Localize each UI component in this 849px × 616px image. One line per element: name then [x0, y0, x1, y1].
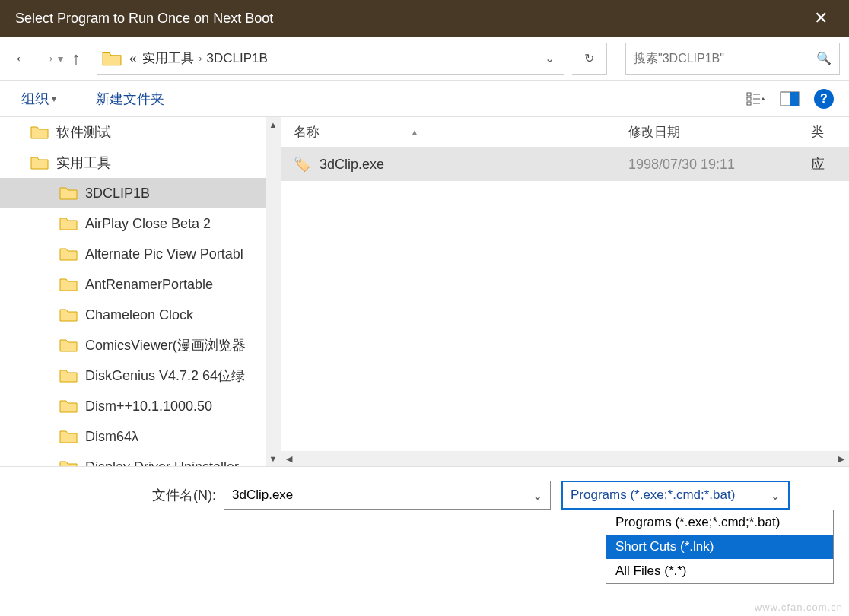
file-row: 文件名(N): ⌄ Programs (*.exe;*.cmd;*.bat) ⌄…: [0, 467, 849, 523]
tree-item-label: Dism++10.1.1000.50: [85, 398, 212, 414]
scroll-left-icon[interactable]: ◀: [281, 454, 297, 464]
new-folder-button[interactable]: 新建文件夹: [90, 87, 170, 111]
file-type: 应: [811, 155, 825, 173]
column-type[interactable]: 类: [799, 123, 849, 141]
title-bar: Select Program to Run Once on Next Boot …: [0, 0, 849, 37]
scroll-right-icon[interactable]: ▶: [834, 454, 849, 464]
search-box[interactable]: 🔍: [625, 43, 840, 75]
organize-label: 组织: [21, 90, 49, 108]
organize-button[interactable]: 组织 ▾: [15, 87, 62, 111]
file-row-item[interactable]: 🏷️3dClip.exe1998/07/30 19:11应: [281, 148, 849, 181]
filename-input[interactable]: [232, 487, 533, 503]
folder-icon: [59, 459, 78, 466]
file-list: 名称 ▲ 修改日期 类 🏷️3dClip.exe1998/07/30 19:11…: [281, 117, 849, 466]
folder-icon: [59, 398, 78, 414]
filename-dropdown-icon[interactable]: ⌄: [533, 488, 542, 503]
folder-icon: [102, 50, 122, 67]
filetype-dropdown-icon[interactable]: ⌄: [770, 487, 781, 503]
tree-item-label: Alternate Pic View Portabl: [85, 246, 243, 262]
search-input[interactable]: [634, 52, 816, 65]
svg-rect-0: [747, 93, 751, 96]
breadcrumb-item[interactable]: 实用工具: [139, 49, 197, 67]
tree-item[interactable]: 软件测试: [0, 117, 281, 148]
caret-down-icon: ▾: [52, 94, 56, 104]
tree-item-label: 实用工具: [56, 154, 111, 172]
nav-bar: ← → ▾ ↑ « 实用工具 › 3DCLIP1B ⌄ ↻ 🔍: [0, 37, 849, 81]
breadcrumb-prefix: «: [126, 51, 139, 66]
address-dropdown-icon[interactable]: ⌄: [540, 51, 559, 65]
tree-item[interactable]: Display Driver Uninstaller: [0, 452, 281, 466]
tree-item-label: Chameleon Clock: [85, 307, 193, 323]
folder-icon: [59, 216, 78, 231]
column-date[interactable]: 修改日期: [616, 123, 799, 141]
main-area: 软件测试实用工具3DCLIP1BAirPlay Close Beta 2Alte…: [0, 117, 849, 467]
folder-icon: [59, 338, 78, 353]
tree-item-label: ComicsViewer(漫画浏览器: [85, 336, 246, 354]
filetype-option[interactable]: Programs (*.exe;*.cmd;*.bat): [606, 510, 833, 535]
tree-item[interactable]: AirPlay Close Beta 2: [0, 208, 281, 239]
scroll-down-icon[interactable]: ▼: [266, 451, 281, 466]
tree-item[interactable]: 实用工具: [0, 148, 281, 178]
folder-tree: 软件测试实用工具3DCLIP1BAirPlay Close Beta 2Alte…: [0, 117, 281, 466]
tree-item[interactable]: Alternate Pic View Portabl: [0, 239, 281, 269]
tree-item-label: AntRenamerPortable: [85, 277, 213, 293]
folder-icon: [59, 307, 78, 322]
forward-button[interactable]: →: [35, 46, 61, 71]
new-folder-label: 新建文件夹: [96, 90, 164, 108]
folder-icon: [30, 155, 49, 170]
up-button[interactable]: ↑: [63, 46, 89, 71]
svg-rect-2: [747, 102, 751, 105]
file-name: 3dClip.exe: [320, 157, 384, 173]
tree-item-label: DiskGenius V4.7.2 64位绿: [85, 367, 245, 385]
tree-item-label: Display Driver Uninstaller: [85, 459, 239, 467]
svg-rect-1: [747, 97, 751, 100]
filetype-select[interactable]: Programs (*.exe;*.cmd;*.bat) ⌄: [561, 481, 790, 510]
folder-icon: [59, 277, 78, 292]
tree-item[interactable]: Dism64λ: [0, 421, 281, 452]
window-title: Select Program to Run Once on Next Boot: [15, 11, 273, 27]
filename-field[interactable]: ⌄: [224, 481, 551, 510]
view-options-button[interactable]: [742, 87, 770, 111]
folder-icon: [59, 186, 78, 201]
refresh-button[interactable]: ↻: [572, 43, 607, 75]
folder-icon: [59, 429, 78, 444]
tree-item-label: 软件测试: [56, 123, 111, 141]
help-button[interactable]: ?: [814, 89, 834, 109]
tree-item-label: Dism64λ: [85, 429, 138, 445]
search-icon[interactable]: 🔍: [816, 51, 832, 65]
folder-icon: [59, 246, 78, 262]
filetype-dropdown: Programs (*.exe;*.cmd;*.bat)Short Cuts (…: [606, 510, 834, 584]
watermark: www.cfan.com.cn: [755, 602, 843, 613]
tree-item-label: 3DCLIP1B: [85, 186, 150, 202]
file-icon: 🏷️: [294, 156, 310, 173]
tree-item[interactable]: AntRenamerPortable: [0, 269, 281, 300]
close-icon[interactable]: ✕: [808, 8, 834, 28]
scroll-up-icon[interactable]: ▲: [266, 117, 281, 132]
tree-scrollbar[interactable]: ▲ ▼: [266, 117, 281, 466]
sort-indicator-icon: ▲: [411, 128, 418, 136]
column-name[interactable]: 名称 ▲: [281, 123, 616, 141]
tree-item[interactable]: ComicsViewer(漫画浏览器: [0, 330, 281, 360]
breadcrumb-item[interactable]: 3DCLIP1B: [203, 51, 270, 66]
tree-item[interactable]: Chameleon Clock: [0, 300, 281, 330]
history-dropdown-icon[interactable]: ▾: [58, 52, 63, 65]
filetype-option[interactable]: All Files (*.*): [606, 559, 833, 583]
tree-item-label: AirPlay Close Beta 2: [85, 216, 211, 232]
folder-icon: [30, 125, 49, 140]
folder-icon: [59, 368, 78, 383]
preview-pane-button[interactable]: [776, 87, 803, 111]
list-header: 名称 ▲ 修改日期 类: [281, 117, 849, 148]
tree-item[interactable]: DiskGenius V4.7.2 64位绿: [0, 360, 281, 391]
tree-item[interactable]: Dism++10.1.1000.50: [0, 391, 281, 421]
file-date: 1998/07/30 19:11: [628, 157, 735, 173]
filetype-selected: Programs (*.exe;*.cmd;*.bat): [571, 487, 735, 503]
toolbar: 组织 ▾ 新建文件夹 ?: [0, 81, 849, 117]
svg-rect-7: [790, 92, 799, 106]
filename-label: 文件名(N):: [15, 486, 216, 504]
address-bar[interactable]: « 实用工具 › 3DCLIP1B ⌄: [97, 43, 564, 75]
list-h-scrollbar[interactable]: ◀ ▶: [281, 451, 849, 466]
chevron-right-icon: ›: [197, 53, 203, 64]
back-button[interactable]: ←: [9, 46, 35, 71]
tree-item[interactable]: 3DCLIP1B: [0, 178, 281, 208]
filetype-option[interactable]: Short Cuts (*.lnk): [606, 535, 833, 559]
